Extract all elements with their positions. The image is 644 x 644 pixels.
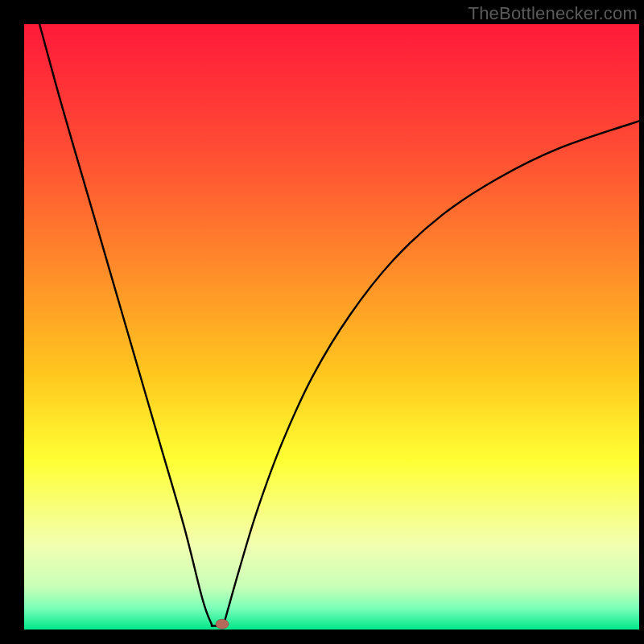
minimum-marker [216, 619, 229, 629]
plot-background [24, 24, 639, 630]
watermark-label: TheBottlenecker.com [469, 3, 638, 24]
bottleneck-chart [0, 0, 644, 644]
chart-frame: TheBottlenecker.com [0, 0, 644, 644]
